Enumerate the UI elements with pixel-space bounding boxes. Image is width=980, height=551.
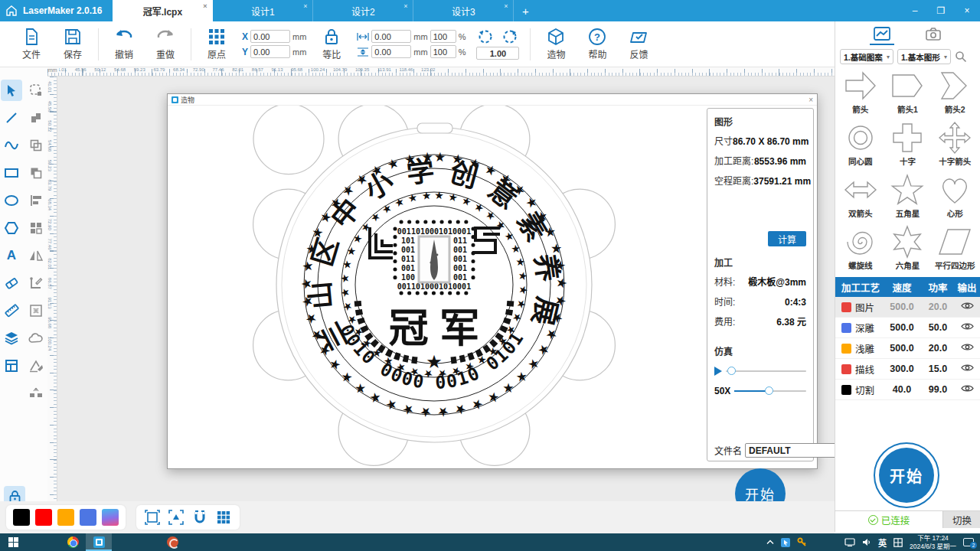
simulation-slider[interactable] xyxy=(726,370,806,372)
layers-tool[interactable] xyxy=(1,328,22,349)
grid-toggle-button[interactable] xyxy=(214,508,233,527)
calculate-button[interactable]: 计算 xyxy=(768,231,806,246)
tab-close-icon[interactable]: × xyxy=(303,2,307,10)
subtract-tool[interactable] xyxy=(25,162,47,184)
slider-knob[interactable] xyxy=(765,386,773,395)
volume-icon[interactable] xyxy=(862,538,871,546)
marquee-select-tool[interactable] xyxy=(25,80,47,101)
speed-slider[interactable] xyxy=(734,390,806,392)
color-swatch-red[interactable] xyxy=(35,509,52,526)
height-percent-input[interactable] xyxy=(430,45,456,58)
process-row-light-engrave[interactable]: 浅雕 500.0 20.0 xyxy=(835,338,980,359)
tab-close-icon[interactable]: × xyxy=(504,2,508,10)
select-tool[interactable] xyxy=(1,80,22,101)
tab-close-icon[interactable]: × xyxy=(203,2,207,10)
shape-spiral[interactable]: 螺旋线 xyxy=(837,225,884,272)
shape-double-arrow[interactable]: 双箭头 xyxy=(837,173,884,223)
shape-cross-arrow[interactable]: 十字箭头 xyxy=(931,121,978,171)
width-input[interactable] xyxy=(371,30,411,43)
undo-button[interactable]: 撤销 xyxy=(103,28,145,60)
tab-document[interactable]: 冠军.lcpx × xyxy=(113,0,213,21)
process-row-cut[interactable]: 切割 40.0 99.0 xyxy=(835,380,980,400)
network-display-icon[interactable] xyxy=(844,538,855,546)
shape-arrow2[interactable]: 箭头2 xyxy=(931,69,978,119)
file-button[interactable]: 文件 xyxy=(11,28,52,60)
rotate-angle-input[interactable] xyxy=(476,47,519,60)
minimize-button[interactable]: – xyxy=(902,0,928,21)
shape-heart[interactable]: 心形 xyxy=(931,173,978,223)
dialog-close-icon[interactable]: × xyxy=(808,96,813,104)
polygon-tool[interactable] xyxy=(1,217,22,239)
ellipse-tool[interactable] xyxy=(1,190,22,211)
home-icon[interactable] xyxy=(0,0,23,21)
color-swatch-black[interactable] xyxy=(13,509,30,526)
y-position-input[interactable] xyxy=(250,45,290,58)
process-row-image[interactable]: 图片 500.0 20.0 xyxy=(835,297,980,318)
tab-design1[interactable]: 设计1 × xyxy=(213,0,313,21)
search-icon[interactable] xyxy=(955,51,967,63)
tray-expand-icon[interactable] xyxy=(766,540,774,545)
eye-icon[interactable] xyxy=(961,322,974,331)
tab-camera[interactable] xyxy=(918,24,949,44)
eye-icon[interactable] xyxy=(961,384,974,393)
center-expand-tool[interactable] xyxy=(25,300,47,321)
redo-button[interactable]: 重做 xyxy=(145,28,186,60)
ime-indicator[interactable]: 英 xyxy=(878,536,887,549)
eye-icon[interactable] xyxy=(961,343,974,351)
shape-cross[interactable]: 十字 xyxy=(884,121,932,171)
color-swatch-gradient[interactable] xyxy=(102,509,119,526)
shape-concentric-circles[interactable]: 同心圆 xyxy=(837,121,884,171)
frame-select-button[interactable] xyxy=(143,508,162,527)
save-button[interactable]: 保存 xyxy=(52,28,93,60)
shape-parallelogram[interactable]: 平行四边形 xyxy=(931,225,978,272)
curve-tool[interactable] xyxy=(1,135,22,156)
help-button[interactable]: ? 帮助 xyxy=(577,28,618,60)
eraser-tool[interactable] xyxy=(1,272,22,294)
maximize-button[interactable]: ❐ xyxy=(928,0,954,21)
dialog-title-bar[interactable]: 造物 × xyxy=(168,94,817,106)
height-input[interactable] xyxy=(371,45,411,58)
process-row-trace[interactable]: 描线 300.0 15.0 xyxy=(835,359,980,380)
magnet-snap-button[interactable] xyxy=(191,508,209,527)
tab-close-icon[interactable]: × xyxy=(403,2,407,10)
arrange-tool[interactable] xyxy=(25,217,47,239)
make-button[interactable]: 造物 xyxy=(535,28,577,60)
width-percent-input[interactable] xyxy=(430,30,456,43)
powerpoint-taskbar-icon[interactable] xyxy=(159,533,185,551)
browser-taskbar-icon[interactable] xyxy=(60,533,86,551)
text-tool[interactable]: A xyxy=(1,245,22,266)
machine-start-button[interactable]: 开始 xyxy=(874,442,939,508)
union-tool[interactable] xyxy=(25,107,47,129)
eye-icon[interactable] xyxy=(961,364,974,372)
break-apart-tool[interactable] xyxy=(25,383,47,404)
slider-knob[interactable] xyxy=(727,367,736,375)
vectorize-tool[interactable] xyxy=(25,355,47,377)
origin-button[interactable]: 原点 xyxy=(196,28,237,60)
color-swatch-blue[interactable] xyxy=(80,509,96,526)
subcategory-select[interactable]: 1.基本图形▾ xyxy=(897,49,951,64)
tab-design3[interactable]: 设计3 × xyxy=(413,0,514,21)
shape-arrow[interactable]: 箭头 xyxy=(837,69,884,119)
eye-icon[interactable] xyxy=(961,302,974,310)
tray-key-icon[interactable] xyxy=(797,537,807,547)
notification-center-icon[interactable]: 2 xyxy=(963,538,974,546)
feedback-button[interactable]: 反馈 xyxy=(618,28,659,60)
angle-measure-tool[interactable] xyxy=(25,272,47,294)
align-tool[interactable] xyxy=(25,190,47,211)
color-swatch-orange[interactable] xyxy=(57,509,74,526)
lasermaker-taskbar-icon[interactable] xyxy=(86,533,112,551)
fit-view-button[interactable] xyxy=(167,508,185,527)
combine-tool[interactable] xyxy=(25,135,47,156)
shape-star6[interactable]: 六角星 xyxy=(884,225,932,272)
rectangle-tool[interactable] xyxy=(1,162,22,184)
new-tab-button[interactable]: + xyxy=(514,0,537,21)
shape-star5[interactable]: 五角星 xyxy=(884,173,932,223)
taskbar-clock[interactable]: 下午 17:24 2024/6/3 星期一 xyxy=(910,534,956,549)
tab-graphics-library[interactable] xyxy=(867,24,897,44)
cloud-tool[interactable] xyxy=(25,328,47,349)
play-icon[interactable] xyxy=(714,367,722,376)
rotate-cw-icon[interactable] xyxy=(501,28,518,45)
shape-arrow1[interactable]: 箭头1 xyxy=(884,69,932,119)
layout-tool[interactable] xyxy=(1,355,22,377)
category-select[interactable]: 1.基础图案▾ xyxy=(840,49,893,64)
